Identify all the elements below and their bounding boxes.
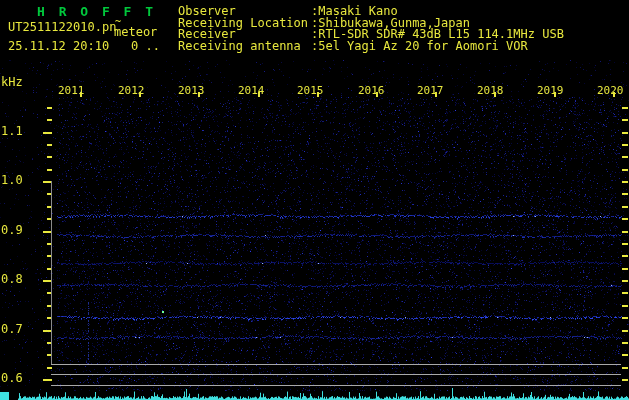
- time-tick-label: 2018: [477, 85, 504, 97]
- time-tick-label: 2019: [537, 85, 564, 97]
- filename-text: UT2511122010.pn: [8, 21, 116, 33]
- plot-left-border: [51, 181, 52, 365]
- freq-tick-label: 0.6: [1, 372, 23, 384]
- time-tick-label: 2016: [358, 85, 385, 97]
- time-tick-label: 2012: [118, 85, 145, 97]
- level-grid-line: [51, 364, 621, 365]
- freq-tick-label: 0.8: [1, 273, 23, 285]
- echo-count-text: 0 ..: [131, 40, 160, 52]
- level-grid-line: [51, 385, 621, 386]
- datetime-text: 25.11.12 20:10: [8, 40, 109, 52]
- time-tick-label: 2015: [297, 85, 324, 97]
- info-label-antenna: Receiving antenna: [178, 40, 301, 52]
- time-tick-label: 2014: [238, 85, 265, 97]
- freq-tick-label: 0.7: [1, 323, 23, 335]
- level-grid-line: [51, 374, 621, 375]
- freq-axis-unit: kHz: [1, 76, 23, 88]
- freq-tick-label: 0.9: [1, 224, 23, 236]
- freq-tick-label: 1.0: [1, 174, 23, 186]
- time-tick-label: 2020: [597, 85, 624, 97]
- time-tick-label: 2013: [178, 85, 205, 97]
- app-title: H R O F F T: [37, 4, 156, 19]
- time-tick-label: 2011: [58, 85, 85, 97]
- hrofft-screen: H R O F F T UT2511122010.pn ~ meteor 25.…: [0, 0, 629, 400]
- info-value-antenna: :5el Yagi Az 20 for Aomori VOR: [311, 40, 528, 52]
- spectrogram-canvas: [0, 0, 629, 400]
- freq-tick-label: 1.1: [1, 125, 23, 137]
- software-overlay-text: meteor: [114, 26, 157, 38]
- time-tick-label: 2017: [417, 85, 444, 97]
